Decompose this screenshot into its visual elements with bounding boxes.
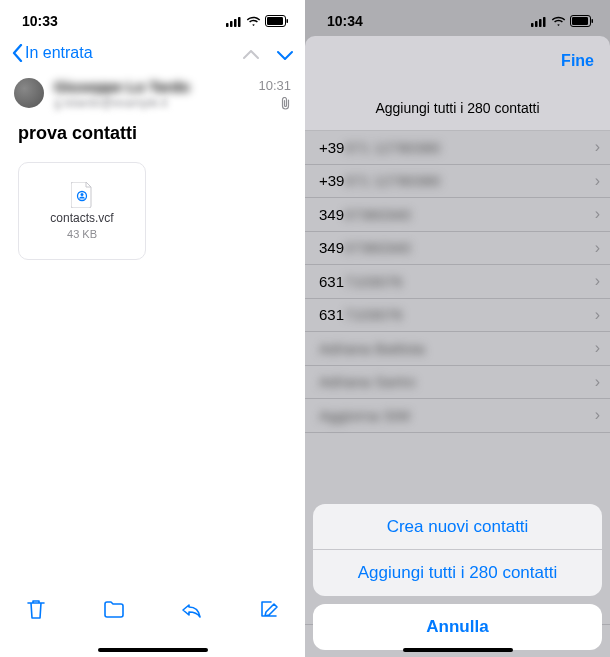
contact-row[interactable]: 349 07360340›: [305, 232, 610, 266]
sender-address: g.lotardo@example.it: [54, 96, 248, 110]
sheet-nav: Fine: [305, 36, 610, 86]
svg-rect-5: [267, 17, 283, 25]
chevron-right-icon: ›: [595, 339, 600, 357]
previous-message-button[interactable]: [243, 42, 259, 65]
nav-bar: In entrata: [0, 36, 305, 70]
contact-row[interactable]: 349 07360340›: [305, 198, 610, 232]
message-header: Giuseppe Lo Tardo g.lotardo@example.it 1…: [0, 70, 305, 121]
chevron-right-icon: ›: [595, 239, 600, 257]
svg-rect-14: [572, 17, 588, 25]
contact-label: +39 071 12780380: [319, 172, 440, 189]
avatar[interactable]: [14, 78, 44, 108]
action-sheet: Crea nuovi contatti Aggiungi tutti i 280…: [313, 504, 602, 650]
chevron-right-icon: ›: [595, 138, 600, 156]
trash-button[interactable]: [24, 597, 48, 625]
svg-rect-1: [230, 21, 233, 27]
chevron-right-icon: ›: [595, 306, 600, 324]
attachment-name: contacts.vcf: [50, 211, 113, 225]
sender-name: Giuseppe Lo Tardo: [54, 78, 248, 95]
contact-label: 349 07360340: [319, 239, 411, 256]
message-time: 10:31: [258, 78, 291, 93]
chevron-right-icon: ›: [595, 373, 600, 391]
contact-row[interactable]: Adriana Sartro›: [305, 366, 610, 400]
add-all-contacts-button[interactable]: Aggiungi tutti i 280 contatti: [313, 550, 602, 596]
home-indicator[interactable]: [403, 648, 513, 652]
vcf-file-icon: [71, 182, 93, 208]
contact-label: 349 07360340: [319, 206, 411, 223]
contact-row[interactable]: Adriana Battista›: [305, 332, 610, 366]
status-icons: [531, 15, 594, 27]
subject: prova contatti: [0, 121, 305, 162]
svg-rect-15: [592, 19, 594, 23]
contact-label: Adriana Sartro: [319, 373, 416, 390]
add-all-header[interactable]: Aggiungi tutti i 280 contatti: [305, 86, 610, 131]
svg-rect-0: [226, 23, 229, 27]
svg-rect-9: [531, 23, 534, 27]
svg-rect-3: [238, 17, 241, 27]
contact-label: Adriana Battista: [319, 340, 425, 357]
chevron-right-icon: ›: [595, 205, 600, 223]
contact-label: Aggiorna SIM: [319, 407, 410, 424]
next-message-button[interactable]: [277, 42, 293, 65]
create-new-contacts-button[interactable]: Crea nuovi contatti: [313, 504, 602, 550]
contact-row[interactable]: 631 7103076›: [305, 299, 610, 333]
svg-rect-11: [539, 19, 542, 27]
contact-label: 631 7103076: [319, 306, 402, 323]
status-time: 10:33: [22, 13, 58, 29]
back-button[interactable]: In entrata: [12, 44, 93, 62]
status-time: 10:34: [327, 13, 363, 29]
svg-rect-6: [287, 19, 289, 23]
done-button[interactable]: Fine: [561, 52, 594, 70]
svg-point-8: [81, 193, 84, 196]
home-indicator[interactable]: [98, 648, 208, 652]
chevron-left-icon: [12, 44, 23, 62]
contact-label: 631 7103076: [319, 273, 402, 290]
svg-rect-12: [543, 17, 546, 27]
contact-row[interactable]: Aggiorna SIM›: [305, 399, 610, 433]
chevron-right-icon: ›: [595, 406, 600, 424]
compose-button[interactable]: [257, 597, 281, 625]
svg-rect-2: [234, 19, 237, 27]
status-bar: 10:33: [0, 0, 305, 36]
attachment-icon: [280, 97, 291, 111]
svg-rect-10: [535, 21, 538, 27]
status-bar: 10:34: [305, 0, 610, 36]
contact-row[interactable]: +39 071 12780380›: [305, 165, 610, 199]
contacts-import-screen: 10:34 Fine Aggiungi tutti i 280 contatti…: [305, 0, 610, 657]
folder-button[interactable]: [102, 597, 126, 625]
reply-button[interactable]: [179, 597, 203, 625]
mail-screen: 10:33 In entrata Giuseppe Lo Tardo g.lot…: [0, 0, 305, 657]
contact-label: +39 071 12780380: [319, 139, 440, 156]
cancel-button[interactable]: Annulla: [313, 604, 602, 650]
bottom-toolbar: [0, 587, 305, 657]
contact-row[interactable]: +39 071 12780380›: [305, 131, 610, 165]
attachment-card[interactable]: contacts.vcf 43 KB: [18, 162, 146, 260]
contact-row[interactable]: 631 7103076›: [305, 265, 610, 299]
chevron-right-icon: ›: [595, 172, 600, 190]
status-icons: [226, 15, 289, 27]
back-label: In entrata: [25, 44, 93, 62]
chevron-right-icon: ›: [595, 272, 600, 290]
attachment-size: 43 KB: [67, 228, 97, 240]
